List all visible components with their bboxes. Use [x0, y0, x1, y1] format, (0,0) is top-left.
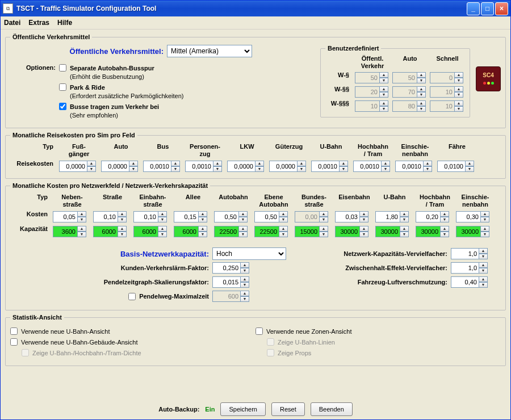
spinner[interactable]: ▲▼ — [430, 86, 465, 98]
app-icon: ⧉ — [3, 3, 13, 14]
spinner[interactable]: ▲▼ — [353, 160, 393, 173]
logo-area: SC4 — [476, 45, 501, 113]
spinner[interactable]: ▲▼ — [395, 160, 435, 173]
basecap-label: Basis-Netzwerkkapazität: — [10, 250, 209, 258]
spinner[interactable]: ▲▼ — [227, 160, 267, 173]
spinner[interactable]: ▲▼ — [335, 211, 374, 223]
spinner[interactable]: ▲▼ — [416, 225, 454, 238]
col-head: LKW — [227, 143, 267, 158]
spinner[interactable]: ▲▼ — [143, 160, 183, 173]
spinner[interactable]: ▲▼ — [93, 211, 132, 223]
stop-spinner[interactable]: ▲▼ — [451, 262, 488, 274]
transit-combo[interactable]: Mittel (Amerika) — [167, 45, 252, 57]
col-head: Hochbahn/ Tram — [353, 143, 393, 158]
col-head: Autobahn — [214, 194, 253, 208]
stats-b-check[interactable] — [10, 338, 18, 346]
spinner[interactable]: ▲▼ — [375, 211, 414, 223]
spinner[interactable]: ▲▼ — [254, 211, 293, 223]
stats-d-check[interactable] — [256, 327, 263, 335]
group-stats-legend: Statistik-Ansicht — [10, 314, 64, 321]
stats-c-check[interactable] — [22, 349, 29, 356]
spinner[interactable]: ▲▼ — [174, 225, 212, 238]
spinner[interactable]: ▲▼ — [311, 160, 351, 173]
spinner[interactable]: ▲▼ — [355, 100, 390, 112]
group-transit: Öffentliche Verkehrsmittel Öffentliche V… — [5, 33, 506, 128]
col-head: Einschie-nenbahn — [395, 143, 435, 158]
stats-f-label: Zeige Props — [278, 349, 311, 358]
comm-spinner[interactable]: ▲▼ — [212, 276, 249, 288]
option-check[interactable] — [59, 64, 66, 72]
noise-spinner[interactable]: ▲▼ — [212, 262, 249, 274]
footer: Auto-Backup: Ein Speichern Reset Beenden — [1, 402, 510, 416]
autobackup-label: Auto-Backup: — [158, 406, 199, 413]
spinner[interactable]: ▲▼ — [174, 211, 212, 223]
basecap-combo[interactable]: Hoch — [212, 247, 286, 260]
spinner[interactable]: ▲▼ — [185, 160, 225, 173]
maxcomm-spinner[interactable]: ▲▼ — [212, 290, 249, 303]
maxcomm-check[interactable] — [128, 293, 136, 300]
stats-f-check[interactable] — [267, 349, 274, 356]
spinner[interactable]: ▲▼ — [53, 211, 91, 223]
content: Öffentliche Verkehrsmittel Öffentliche V… — [1, 29, 510, 419]
maxcomm-label: Pendelweg-Maximalzeit — [139, 293, 209, 300]
net-typ: Typ — [10, 194, 51, 208]
maximize-button[interactable]: □ — [481, 2, 494, 15]
menu-extras[interactable]: Extras — [28, 19, 49, 27]
spinner[interactable]: ▲▼ — [93, 225, 132, 238]
stats-e-check[interactable] — [267, 338, 274, 346]
menu-file[interactable]: Datei — [4, 19, 20, 27]
spinner[interactable]: ▲▼ — [375, 225, 414, 238]
spinner[interactable]: ▲▼ — [355, 72, 390, 84]
options-label: Optionen: — [10, 62, 56, 71]
spinner[interactable]: ▲▼ — [335, 225, 374, 238]
spinner[interactable]: ▲▼ — [456, 211, 495, 223]
option-check[interactable] — [59, 103, 66, 110]
travel-typ: Typ — [10, 143, 57, 158]
col-head: Auto — [101, 143, 141, 158]
stats-d-label: Verwende neue Zonen-Ansicht — [266, 327, 351, 336]
group-transit-legend: Öffentliche Verkehrsmittel — [10, 33, 92, 40]
autobackup-value: Ein — [205, 406, 215, 413]
spinner[interactable]: ▲▼ — [355, 86, 390, 98]
stats-b-label: Verwende neue U-Bahn-Gebäude-Ansicht — [21, 338, 137, 347]
spinner[interactable]: ▲▼ — [214, 225, 253, 238]
stats-e-label: Zeige U-Bahn-Linien — [278, 338, 335, 347]
spinner[interactable]: ▲▼ — [392, 72, 428, 84]
option-label: Separate Autobahn-Busspur — [70, 65, 154, 72]
spinner[interactable]: ▲▼ — [133, 211, 172, 223]
spinner[interactable]: ▲▼ — [214, 211, 253, 223]
minimize-button[interactable]: _ — [467, 2, 480, 15]
option-sublabel: (Erfordert zusätzliche Parkmöglichkeiten… — [70, 93, 184, 99]
spinner[interactable]: ▲▼ — [295, 211, 333, 223]
spinner[interactable]: ▲▼ — [416, 211, 454, 223]
close-button[interactable]: × — [495, 2, 508, 15]
noise-label: Kunden-Verkehrslärm-Faktor: — [10, 264, 209, 271]
travel-row-label: Reisekosten — [10, 160, 57, 173]
spinner[interactable]: ▲▼ — [133, 225, 172, 238]
stop-label: Zwischenhalt-Effekt-Vervielfacher: — [300, 264, 447, 271]
spinner[interactable]: ▲▼ — [53, 225, 91, 238]
spinner[interactable]: ▲▼ — [59, 160, 99, 173]
exit-button[interactable]: Beenden — [311, 402, 353, 416]
group-net-legend: Monatliche Kosten pro Netzwerkfeld / Net… — [10, 182, 210, 189]
spinner[interactable]: ▲▼ — [456, 225, 495, 238]
spinner[interactable]: ▲▼ — [392, 86, 428, 98]
spinner[interactable]: ▲▼ — [101, 160, 141, 173]
group-net: Monatliche Kosten pro Netzwerkfeld / Net… — [5, 182, 506, 310]
spinner[interactable]: ▲▼ — [437, 160, 477, 173]
stats-a-check[interactable] — [10, 327, 18, 335]
poll-spinner[interactable]: ▲▼ — [451, 276, 488, 288]
spinner[interactable]: ▲▼ — [430, 100, 465, 112]
save-button[interactable]: Speichern — [220, 402, 266, 416]
spinner[interactable]: ▲▼ — [295, 225, 333, 238]
option-check[interactable] — [59, 83, 66, 91]
spinner[interactable]: ▲▼ — [430, 72, 465, 84]
spinner[interactable]: ▲▼ — [254, 225, 293, 238]
col-head: EbeneAutobahn — [254, 194, 293, 208]
menu-help[interactable]: Hilfe — [57, 19, 72, 27]
reset-button[interactable]: Reset — [271, 402, 305, 416]
titlebar[interactable]: ⧉ TSCT - Traffic Simulator Configuration… — [1, 1, 510, 16]
mult-spinner[interactable]: ▲▼ — [451, 247, 488, 260]
spinner[interactable]: ▲▼ — [269, 160, 309, 173]
spinner[interactable]: ▲▼ — [392, 100, 428, 112]
